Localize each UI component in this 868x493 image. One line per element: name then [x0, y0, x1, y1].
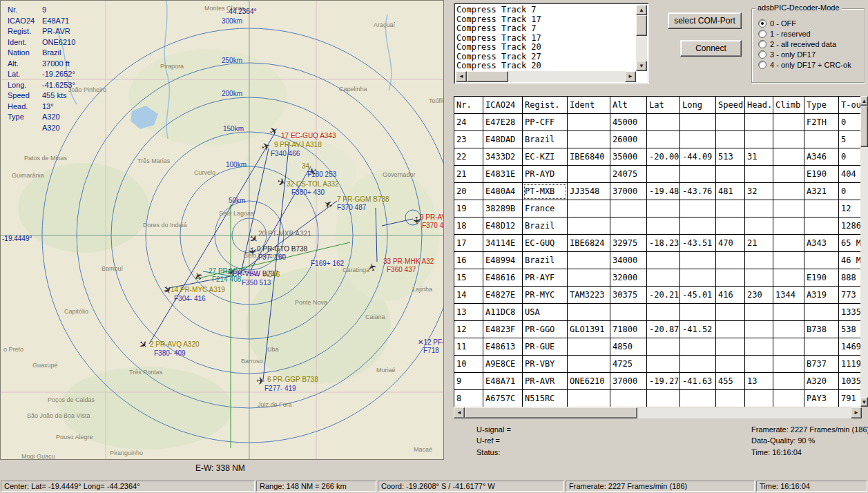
info-field: TypeA320 — [8, 112, 75, 123]
log-item[interactable]: Compress Track 7 — [456, 6, 635, 15]
ring-label: 300km — [222, 17, 242, 25]
radio-button[interactable] — [758, 50, 766, 59]
table-vscroll-thumb[interactable] — [860, 106, 868, 147]
aircraft-label: A346 — [264, 271, 280, 278]
comm-log-listbox[interactable]: Compress Track 7Compress Track 17Compres… — [454, 3, 649, 84]
scroll-left-button[interactable]: ◄ — [456, 71, 467, 82]
table-row[interactable]: 12E4823FPR-GGOGLO139171800-20.87-41.52B7… — [454, 321, 862, 338]
radio-button[interactable] — [758, 40, 766, 48]
ring-label: 200km — [222, 90, 242, 97]
table-row[interactable]: 223433D2EC-KZIIBE684035000-20.00-44.0951… — [454, 148, 862, 166]
select-com-port-button[interactable]: select COM-Port — [668, 12, 742, 29]
column-header[interactable]: Lat — [647, 97, 680, 114]
table-row[interactable]: 9E48A71PR-AVRONE621037000-19.27-41.63455… — [454, 373, 862, 390]
aircraft-label: 2 PR-AVQ A320 — [150, 340, 200, 348]
table-row[interactable]: 1938289BFrance12 — [454, 200, 862, 218]
table-vscrollbar[interactable]: ▲ ▼ — [860, 96, 868, 407]
place-label: Capelinha — [339, 86, 367, 93]
table-row[interactable]: 24E47E28PP-CFF45000F2TH0 — [454, 114, 862, 131]
hscroll-thumb[interactable] — [467, 71, 508, 82]
ring-label: 150km — [223, 125, 244, 133]
table-row[interactable]: 14E4827EPR-MYCTAM322330375-20.21-45.0141… — [454, 287, 862, 304]
log-item[interactable]: Compress Track 27 — [456, 52, 635, 62]
radio-label: 0 - OFF — [770, 19, 796, 28]
status-bar: Center: Lat= -19.4449° Long= -44.2364°Ra… — [0, 479, 868, 493]
table-hscroll-thumb[interactable] — [465, 407, 637, 418]
place-label: Ponte Nova — [295, 299, 327, 306]
info-field: Long.-41.6253° — [8, 80, 75, 91]
aircraft-label: 0 PR-GTO B738 — [257, 245, 308, 253]
comm-log-items: Compress Track 7Compress Track 17Compres… — [456, 6, 635, 70]
column-header[interactable]: Long — [680, 97, 716, 114]
log-item[interactable]: Compress Track 17 — [456, 15, 635, 25]
log-item[interactable]: Compress Track 17 — [456, 34, 635, 44]
place-label: São João da Boa Vista — [27, 412, 90, 419]
log-item[interactable]: Compress Track 20 — [456, 43, 635, 52]
aircraft-table[interactable]: Nr.ICAO24Regist.IdentAltLatLongSpeedHead… — [454, 96, 862, 407]
statusbar-section: Range: 148 NM = 266 km — [256, 481, 376, 492]
column-header[interactable]: Type — [804, 97, 839, 114]
column-header[interactable]: ICAO24 — [483, 97, 523, 114]
table-scroll-left-button[interactable]: ◄ — [454, 407, 465, 418]
place-label: Caiana — [365, 313, 385, 320]
aircraft-label: ✕12 PF- — [418, 338, 443, 346]
aircraft-label: F360 437 — [387, 266, 416, 273]
comm-log-hscrollbar[interactable]: ◄ ► — [456, 71, 636, 82]
comm-log-vscrollbar[interactable]: ▲ ▼ — [636, 5, 647, 71]
column-header[interactable]: Ident — [568, 97, 610, 114]
radar-map[interactable]: Montes ClarosAraçuaíPiraporaJoão Pinheir… — [0, 0, 444, 460]
aircraft-label: 7 PR-GGM B738 — [337, 195, 389, 203]
place-label: Sete Lagoas — [219, 210, 254, 217]
column-header[interactable]: Regist. — [523, 97, 568, 114]
place-label: Guimarânia — [12, 172, 44, 179]
table-row[interactable]: 20E480A4PT-MXBJJ354837000-19.48-43.76481… — [454, 183, 862, 200]
aircraft-label: 9 PR-AVR — [420, 213, 443, 221]
column-header[interactable]: Speed — [716, 97, 745, 114]
table-scroll-up-button[interactable]: ▲ — [860, 96, 868, 106]
table-row[interactable]: 13A11DC8USA1335 — [454, 304, 862, 321]
scroll-up-button[interactable]: ▲ — [636, 5, 647, 15]
aircraft-label: F169+ 162 — [311, 260, 345, 267]
log-item[interactable]: Compress Track 20 — [456, 61, 635, 70]
column-header[interactable]: Climb — [773, 97, 804, 114]
column-header[interactable]: Alt — [610, 97, 647, 114]
table-row[interactable]: 15E48616PR-AYF32000E190888 1 — [454, 269, 862, 287]
info-field: Speed455 kts — [8, 90, 75, 102]
decoder-mode-option[interactable]: 1 - reserved — [758, 29, 811, 38]
table-scroll-down-button[interactable]: ▼ — [860, 397, 868, 407]
column-header[interactable]: Nr. — [454, 97, 483, 114]
radio-button[interactable] — [758, 30, 766, 38]
place-label: Barroso — [241, 358, 263, 365]
table-row[interactable]: 1734114EEC-GUQIBE682432975-18.23-43.5147… — [454, 235, 862, 252]
decoder-mode-option[interactable]: 4 - only DF17 + CRC-ok — [758, 60, 851, 69]
decoder-mode-option[interactable]: 0 - OFF — [758, 19, 796, 28]
table-row[interactable]: 23E48DADBrazil260005 — [454, 131, 862, 148]
aircraft-label: F380+ 430 — [291, 188, 325, 196]
table-row[interactable]: 11E48613PR-GUE48501469 — [454, 338, 862, 356]
column-header[interactable]: Head. — [745, 97, 773, 114]
decoder-mode-option[interactable]: 3 - only DF17 — [758, 50, 816, 59]
place-label: Poços de Caldas — [48, 396, 95, 403]
table-row[interactable]: 16E48994Brazil3400046 M — [454, 252, 862, 269]
table-row[interactable]: 18E48D12Brazil1286 — [454, 218, 862, 235]
column-header[interactable]: T-ou — [839, 97, 862, 114]
place-label: Três Pontas — [129, 369, 163, 376]
table-row[interactable]: 8A6757CN515RCPAY3791 1 — [454, 390, 862, 407]
log-item[interactable]: Compress Track 7 — [456, 24, 635, 34]
place-label: Capitólio — [64, 308, 88, 315]
place-label: Dores do Indaiá — [143, 222, 187, 229]
radio-button[interactable] — [758, 61, 766, 69]
radio-button[interactable] — [758, 19, 766, 28]
aircraft-label: F718 — [423, 347, 439, 354]
table-hscrollbar[interactable]: ◄ ► — [454, 407, 862, 418]
scroll-right-button[interactable]: ► — [625, 71, 636, 82]
decoder-mode-option[interactable]: 2 - all received data — [758, 39, 836, 48]
table-scroll-right-button[interactable]: ► — [851, 407, 862, 418]
place-label: Lajinha — [412, 286, 432, 293]
scroll-down-button[interactable]: ▼ — [636, 61, 647, 71]
table-row[interactable]: 10A9E8CEPR-VBY4725B7371119 — [454, 356, 862, 373]
connect-button[interactable]: Connect — [680, 40, 742, 57]
place-label: Pouso Alegre — [56, 434, 93, 441]
table-row[interactable]: 21E4831EPR-AYD24075E190404 1 — [454, 166, 862, 183]
vscroll-thumb[interactable] — [636, 15, 647, 36]
